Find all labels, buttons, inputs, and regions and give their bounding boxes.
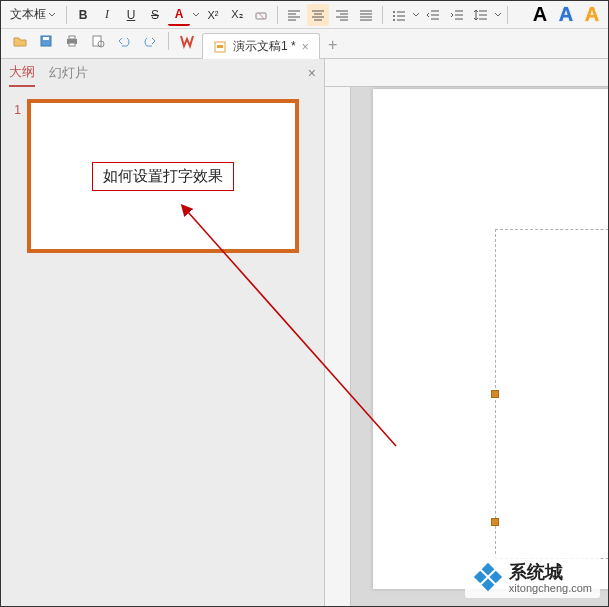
slide-number: 1 — [9, 103, 21, 117]
panel-close-button[interactable]: × — [308, 65, 316, 81]
tab-outline[interactable]: 大纲 — [9, 59, 35, 87]
subscript-button[interactable]: X₂ — [226, 4, 248, 26]
redo-icon — [143, 34, 157, 48]
separator — [66, 6, 67, 24]
chevron-down-icon — [48, 11, 56, 19]
line-spacing-icon — [473, 8, 489, 22]
outdent-icon — [425, 8, 441, 22]
font-color-button[interactable]: A — [168, 4, 190, 26]
slide-canvas-area — [325, 59, 608, 606]
thumbnail-row[interactable]: 1 如何设置打字效果 — [9, 99, 316, 253]
textbox-label: 文本框 — [10, 6, 46, 23]
watermark-title: 系统城 — [509, 562, 563, 582]
selection-box[interactable] — [495, 229, 608, 559]
svg-point-1 — [393, 11, 395, 13]
svg-point-3 — [393, 19, 395, 21]
ruler-horizontal — [325, 59, 608, 87]
document-tab-title: 演示文稿1 * — [233, 38, 296, 55]
align-right-button[interactable] — [331, 4, 353, 26]
tab-close-button[interactable]: × — [302, 40, 309, 54]
svg-rect-5 — [43, 37, 49, 40]
align-center-icon — [310, 8, 326, 22]
undo-button[interactable] — [113, 30, 135, 52]
svg-point-2 — [393, 15, 395, 17]
chevron-down-icon[interactable] — [412, 11, 420, 19]
thumbnail-list: 1 如何设置打字效果 — [1, 87, 324, 606]
underline-button[interactable]: U — [120, 4, 142, 26]
bold-button[interactable]: B — [72, 4, 94, 26]
ruler-vertical — [325, 87, 351, 606]
tab-slides[interactable]: 幻灯片 — [49, 60, 88, 86]
svg-rect-14 — [481, 563, 494, 576]
decrease-indent-button[interactable] — [422, 4, 444, 26]
italic-button[interactable]: I — [96, 4, 118, 26]
svg-rect-16 — [474, 571, 487, 584]
superscript-button[interactable]: X² — [202, 4, 224, 26]
print-preview-button[interactable] — [87, 30, 109, 52]
indent-icon — [449, 8, 465, 22]
wordart-style-orange[interactable]: A — [580, 3, 604, 26]
textbox-dropdown[interactable]: 文本框 — [5, 4, 61, 26]
document-tab[interactable]: 演示文稿1 * × — [202, 33, 320, 59]
svg-rect-12 — [217, 45, 223, 48]
wps-logo-icon — [179, 33, 195, 49]
line-spacing-button[interactable] — [470, 4, 492, 26]
quick-access-toolbar — [5, 30, 202, 58]
wordart-style-blue[interactable]: A — [554, 3, 578, 26]
bullets-icon — [391, 8, 407, 22]
slide-thumbnail[interactable]: 如何设置打字效果 — [27, 99, 299, 253]
strike-button[interactable]: S — [144, 4, 166, 26]
resize-handle-bottom-left[interactable] — [491, 518, 499, 526]
folder-open-icon — [12, 34, 28, 48]
main-area: 大纲 幻灯片 × 1 如何设置打字效果 — [1, 59, 608, 606]
panel-tab-strip: 大纲 幻灯片 × — [1, 59, 324, 87]
separator — [507, 6, 508, 24]
align-justify-button[interactable] — [355, 4, 377, 26]
document-tab-bar: 演示文稿1 * × + — [1, 29, 608, 59]
format-toolbar: 文本框 B I U S A X² X₂ A A A — [1, 1, 608, 29]
print-button[interactable] — [61, 30, 83, 52]
undo-icon — [117, 34, 131, 48]
watermark-logo-icon — [473, 562, 503, 592]
align-justify-icon — [358, 8, 374, 22]
wps-home-button[interactable] — [176, 30, 198, 52]
eraser-icon — [253, 7, 269, 23]
align-right-icon — [334, 8, 350, 22]
resize-handle-left[interactable] — [491, 390, 499, 398]
separator — [277, 6, 278, 24]
open-button[interactable] — [9, 30, 31, 52]
chevron-down-icon[interactable] — [192, 11, 200, 19]
align-left-icon — [286, 8, 302, 22]
align-left-button[interactable] — [283, 4, 305, 26]
svg-rect-7 — [69, 36, 75, 39]
align-center-button[interactable] — [307, 4, 329, 26]
clear-format-button[interactable] — [250, 4, 272, 26]
chevron-down-icon[interactable] — [494, 11, 502, 19]
presentation-file-icon — [213, 40, 227, 54]
preview-icon — [91, 34, 105, 48]
left-panel: 大纲 幻灯片 × 1 如何设置打字效果 — [1, 59, 325, 606]
bullets-button[interactable] — [388, 4, 410, 26]
slide-title-preview: 如何设置打字效果 — [92, 162, 234, 191]
save-icon — [39, 34, 53, 48]
separator — [382, 6, 383, 24]
print-icon — [65, 34, 79, 48]
watermark-subtitle: xitongcheng.com — [509, 582, 592, 594]
increase-indent-button[interactable] — [446, 4, 468, 26]
add-tab-button[interactable]: + — [320, 32, 346, 58]
separator — [168, 32, 169, 50]
svg-rect-8 — [69, 43, 75, 46]
svg-rect-17 — [481, 578, 494, 591]
watermark: 系统城 xitongcheng.com — [465, 556, 600, 598]
svg-rect-15 — [489, 571, 502, 584]
save-button[interactable] — [35, 30, 57, 52]
wordart-style-black[interactable]: A — [528, 3, 552, 26]
redo-button[interactable] — [139, 30, 161, 52]
